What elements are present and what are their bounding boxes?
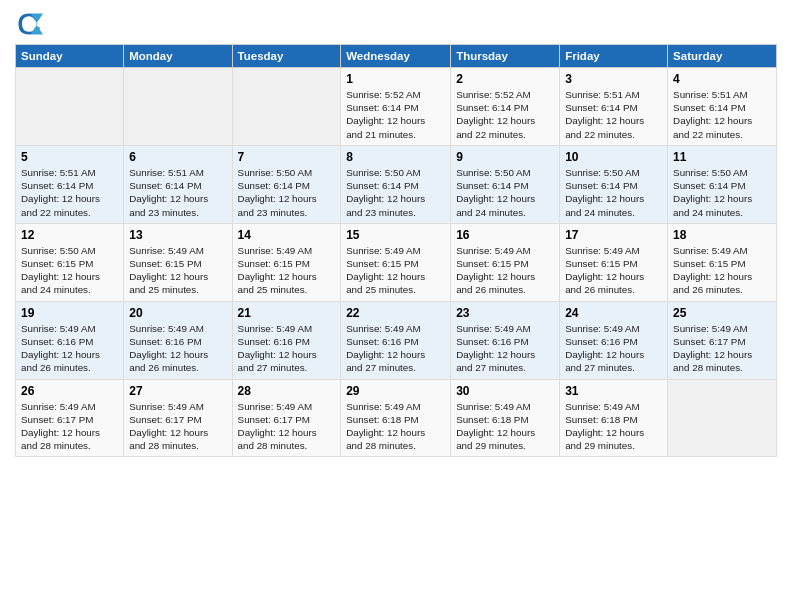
calendar-cell: 12Sunrise: 5:50 AM Sunset: 6:15 PM Dayli… — [16, 223, 124, 301]
day-info: Sunrise: 5:51 AM Sunset: 6:14 PM Dayligh… — [129, 166, 226, 219]
calendar-cell: 11Sunrise: 5:50 AM Sunset: 6:14 PM Dayli… — [668, 145, 777, 223]
day-info: Sunrise: 5:49 AM Sunset: 6:17 PM Dayligh… — [21, 400, 118, 453]
week-row-1: 1Sunrise: 5:52 AM Sunset: 6:14 PM Daylig… — [16, 68, 777, 146]
calendar-cell: 17Sunrise: 5:49 AM Sunset: 6:15 PM Dayli… — [560, 223, 668, 301]
calendar-cell: 3Sunrise: 5:51 AM Sunset: 6:14 PM Daylig… — [560, 68, 668, 146]
header-row-days: SundayMondayTuesdayWednesdayThursdayFrid… — [16, 45, 777, 68]
calendar-cell: 4Sunrise: 5:51 AM Sunset: 6:14 PM Daylig… — [668, 68, 777, 146]
day-info: Sunrise: 5:49 AM Sunset: 6:16 PM Dayligh… — [21, 322, 118, 375]
day-info: Sunrise: 5:50 AM Sunset: 6:14 PM Dayligh… — [456, 166, 554, 219]
calendar-cell: 23Sunrise: 5:49 AM Sunset: 6:16 PM Dayli… — [451, 301, 560, 379]
day-number: 4 — [673, 72, 771, 86]
calendar-cell: 27Sunrise: 5:49 AM Sunset: 6:17 PM Dayli… — [124, 379, 232, 457]
day-info: Sunrise: 5:52 AM Sunset: 6:14 PM Dayligh… — [346, 88, 445, 141]
day-number: 3 — [565, 72, 662, 86]
day-info: Sunrise: 5:49 AM Sunset: 6:16 PM Dayligh… — [456, 322, 554, 375]
header-day-wednesday: Wednesday — [341, 45, 451, 68]
calendar-header: SundayMondayTuesdayWednesdayThursdayFrid… — [16, 45, 777, 68]
day-number: 17 — [565, 228, 662, 242]
day-info: Sunrise: 5:49 AM Sunset: 6:18 PM Dayligh… — [346, 400, 445, 453]
day-number: 25 — [673, 306, 771, 320]
calendar-cell: 18Sunrise: 5:49 AM Sunset: 6:15 PM Dayli… — [668, 223, 777, 301]
day-number: 16 — [456, 228, 554, 242]
day-number: 10 — [565, 150, 662, 164]
calendar-cell: 7Sunrise: 5:50 AM Sunset: 6:14 PM Daylig… — [232, 145, 341, 223]
calendar-cell — [668, 379, 777, 457]
header-day-sunday: Sunday — [16, 45, 124, 68]
day-info: Sunrise: 5:50 AM Sunset: 6:14 PM Dayligh… — [565, 166, 662, 219]
day-number: 8 — [346, 150, 445, 164]
header-day-monday: Monday — [124, 45, 232, 68]
day-number: 18 — [673, 228, 771, 242]
day-number: 22 — [346, 306, 445, 320]
page-container: SundayMondayTuesdayWednesdayThursdayFrid… — [0, 0, 792, 467]
logo-icon — [15, 10, 43, 38]
day-info: Sunrise: 5:52 AM Sunset: 6:14 PM Dayligh… — [456, 88, 554, 141]
day-info: Sunrise: 5:51 AM Sunset: 6:14 PM Dayligh… — [673, 88, 771, 141]
calendar-cell: 13Sunrise: 5:49 AM Sunset: 6:15 PM Dayli… — [124, 223, 232, 301]
day-number: 23 — [456, 306, 554, 320]
day-number: 7 — [238, 150, 336, 164]
day-number: 31 — [565, 384, 662, 398]
day-info: Sunrise: 5:49 AM Sunset: 6:16 PM Dayligh… — [346, 322, 445, 375]
calendar-cell: 1Sunrise: 5:52 AM Sunset: 6:14 PM Daylig… — [341, 68, 451, 146]
calendar-cell: 9Sunrise: 5:50 AM Sunset: 6:14 PM Daylig… — [451, 145, 560, 223]
day-info: Sunrise: 5:50 AM Sunset: 6:14 PM Dayligh… — [673, 166, 771, 219]
day-number: 13 — [129, 228, 226, 242]
day-number: 12 — [21, 228, 118, 242]
calendar-cell — [232, 68, 341, 146]
header-day-saturday: Saturday — [668, 45, 777, 68]
day-info: Sunrise: 5:49 AM Sunset: 6:17 PM Dayligh… — [129, 400, 226, 453]
calendar-cell: 29Sunrise: 5:49 AM Sunset: 6:18 PM Dayli… — [341, 379, 451, 457]
calendar-cell — [124, 68, 232, 146]
day-number: 15 — [346, 228, 445, 242]
calendar-table: SundayMondayTuesdayWednesdayThursdayFrid… — [15, 44, 777, 457]
calendar-cell: 25Sunrise: 5:49 AM Sunset: 6:17 PM Dayli… — [668, 301, 777, 379]
calendar-cell: 24Sunrise: 5:49 AM Sunset: 6:16 PM Dayli… — [560, 301, 668, 379]
week-row-5: 26Sunrise: 5:49 AM Sunset: 6:17 PM Dayli… — [16, 379, 777, 457]
day-number: 2 — [456, 72, 554, 86]
calendar-cell — [16, 68, 124, 146]
day-info: Sunrise: 5:50 AM Sunset: 6:14 PM Dayligh… — [346, 166, 445, 219]
day-number: 6 — [129, 150, 226, 164]
calendar-cell: 15Sunrise: 5:49 AM Sunset: 6:15 PM Dayli… — [341, 223, 451, 301]
calendar-cell: 8Sunrise: 5:50 AM Sunset: 6:14 PM Daylig… — [341, 145, 451, 223]
day-info: Sunrise: 5:49 AM Sunset: 6:16 PM Dayligh… — [565, 322, 662, 375]
calendar-cell: 2Sunrise: 5:52 AM Sunset: 6:14 PM Daylig… — [451, 68, 560, 146]
calendar-cell: 21Sunrise: 5:49 AM Sunset: 6:16 PM Dayli… — [232, 301, 341, 379]
calendar-cell: 28Sunrise: 5:49 AM Sunset: 6:17 PM Dayli… — [232, 379, 341, 457]
day-info: Sunrise: 5:49 AM Sunset: 6:15 PM Dayligh… — [129, 244, 226, 297]
day-number: 27 — [129, 384, 226, 398]
calendar-cell: 26Sunrise: 5:49 AM Sunset: 6:17 PM Dayli… — [16, 379, 124, 457]
calendar-cell: 6Sunrise: 5:51 AM Sunset: 6:14 PM Daylig… — [124, 145, 232, 223]
day-number: 11 — [673, 150, 771, 164]
day-info: Sunrise: 5:49 AM Sunset: 6:17 PM Dayligh… — [238, 400, 336, 453]
calendar-body: 1Sunrise: 5:52 AM Sunset: 6:14 PM Daylig… — [16, 68, 777, 457]
day-info: Sunrise: 5:49 AM Sunset: 6:18 PM Dayligh… — [456, 400, 554, 453]
calendar-cell: 30Sunrise: 5:49 AM Sunset: 6:18 PM Dayli… — [451, 379, 560, 457]
header-day-tuesday: Tuesday — [232, 45, 341, 68]
day-number: 29 — [346, 384, 445, 398]
day-number: 19 — [21, 306, 118, 320]
day-number: 5 — [21, 150, 118, 164]
day-info: Sunrise: 5:49 AM Sunset: 6:15 PM Dayligh… — [673, 244, 771, 297]
day-number: 14 — [238, 228, 336, 242]
day-info: Sunrise: 5:49 AM Sunset: 6:16 PM Dayligh… — [238, 322, 336, 375]
day-info: Sunrise: 5:49 AM Sunset: 6:16 PM Dayligh… — [129, 322, 226, 375]
week-row-4: 19Sunrise: 5:49 AM Sunset: 6:16 PM Dayli… — [16, 301, 777, 379]
calendar-cell: 31Sunrise: 5:49 AM Sunset: 6:18 PM Dayli… — [560, 379, 668, 457]
calendar-cell: 10Sunrise: 5:50 AM Sunset: 6:14 PM Dayli… — [560, 145, 668, 223]
day-number: 9 — [456, 150, 554, 164]
logo — [15, 10, 47, 38]
day-info: Sunrise: 5:49 AM Sunset: 6:17 PM Dayligh… — [673, 322, 771, 375]
day-number: 24 — [565, 306, 662, 320]
day-info: Sunrise: 5:50 AM Sunset: 6:14 PM Dayligh… — [238, 166, 336, 219]
day-info: Sunrise: 5:49 AM Sunset: 6:15 PM Dayligh… — [238, 244, 336, 297]
day-number: 21 — [238, 306, 336, 320]
day-info: Sunrise: 5:51 AM Sunset: 6:14 PM Dayligh… — [21, 166, 118, 219]
day-number: 28 — [238, 384, 336, 398]
day-info: Sunrise: 5:49 AM Sunset: 6:18 PM Dayligh… — [565, 400, 662, 453]
calendar-cell: 16Sunrise: 5:49 AM Sunset: 6:15 PM Dayli… — [451, 223, 560, 301]
week-row-3: 12Sunrise: 5:50 AM Sunset: 6:15 PM Dayli… — [16, 223, 777, 301]
calendar-cell: 20Sunrise: 5:49 AM Sunset: 6:16 PM Dayli… — [124, 301, 232, 379]
